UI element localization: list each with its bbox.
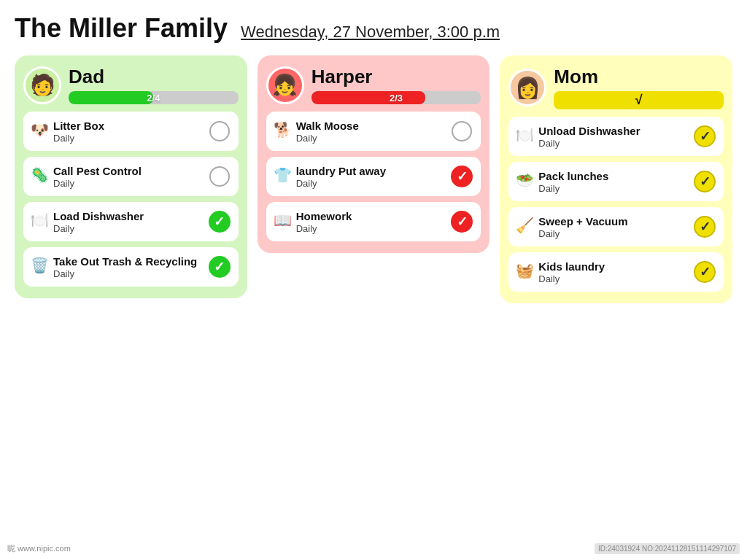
col-header-mom: 👩Mom√	[508, 66, 724, 109]
task-status[interactable]: ✓	[208, 210, 231, 233]
column-harper: 👧Harper2/3🐕Walk MooseDaily👕laundry Put a…	[258, 55, 490, 253]
page: The Miller Family Wednesday, 27 November…	[0, 0, 747, 311]
task-freq: Daily	[296, 133, 359, 144]
task-icon: 🥗	[516, 171, 534, 189]
task-status[interactable]: ✓	[450, 165, 473, 188]
task-name: Litter Box	[53, 120, 104, 133]
task-name: Call Pest Control	[53, 165, 142, 178]
columns: 🧑Dad2/4🐶Litter BoxDaily🦠Call Pest Contro…	[15, 55, 732, 303]
progress-checkmark-mom: √	[554, 91, 724, 109]
task-freq: Daily	[538, 228, 627, 239]
task-status[interactable]: ✓	[693, 260, 716, 284]
task-card[interactable]: 🦠Call Pest ControlDaily	[23, 157, 239, 196]
task-icon: 🍽️	[31, 211, 49, 229]
task-card[interactable]: 🥗Pack lunchesDaily✓	[508, 162, 724, 201]
task-card[interactable]: 📖HomeworkDaily✓	[266, 202, 481, 241]
task-card[interactable]: 🗑️Take Out Trash & RecyclingDaily✓	[23, 247, 239, 287]
task-freq: Daily	[296, 178, 386, 189]
task-freq: Daily	[53, 223, 144, 234]
task-card[interactable]: 🧹Sweep + VacuumDaily✓	[508, 207, 724, 246]
task-status[interactable]	[208, 120, 231, 143]
task-icon: 🐶	[31, 121, 49, 139]
avatar-dad: 🧑	[23, 66, 61, 104]
task-icon: 🍽️	[516, 126, 534, 144]
col-name-mom: Mom	[554, 66, 724, 88]
task-name: Take Out Trash & Recycling	[53, 255, 197, 268]
progress-label-dad: 2/4	[69, 91, 239, 104]
task-icon: 🦠	[31, 166, 49, 184]
header-date: Wednesday, 27 November, 3:00 p.m	[241, 23, 500, 42]
task-name: Load Dishwasher	[53, 210, 144, 223]
task-status[interactable]: ✓	[693, 125, 716, 148]
task-icon: 📖	[274, 211, 292, 229]
col-name-dad: Dad	[69, 66, 239, 88]
task-icon: 🐕	[274, 121, 292, 139]
avatar-harper: 👧	[266, 66, 304, 104]
col-name-harper: Harper	[311, 66, 481, 88]
task-icon: 👕	[274, 166, 292, 184]
task-name: Unload Dishwasher	[538, 125, 640, 138]
task-list-mom: 🍽️Unload DishwasherDaily✓🥗Pack lunchesDa…	[508, 117, 724, 292]
watermark-left: 昵 www.nipic.com	[7, 543, 71, 554]
task-card[interactable]: 🐶Litter BoxDaily	[23, 112, 239, 151]
task-status[interactable]	[450, 120, 473, 143]
task-freq: Daily	[538, 183, 608, 194]
task-card[interactable]: 🐕Walk MooseDaily	[266, 112, 481, 151]
task-card[interactable]: 🍽️Unload DishwasherDaily✓	[508, 117, 724, 156]
task-card[interactable]: 🧺Kids laundryDaily✓	[508, 252, 724, 292]
task-status[interactable]: ✓	[450, 210, 473, 233]
task-name: Sweep + Vacuum	[538, 215, 627, 228]
task-status[interactable]: ✓	[693, 215, 716, 238]
column-dad: 🧑Dad2/4🐶Litter BoxDaily🦠Call Pest Contro…	[15, 55, 247, 298]
column-mom: 👩Mom√🍽️Unload DishwasherDaily✓🥗Pack lunc…	[500, 55, 732, 303]
task-freq: Daily	[538, 273, 605, 284]
page-title: The Miller Family	[15, 13, 228, 44]
task-name: laundry Put away	[296, 165, 386, 178]
task-freq: Daily	[53, 133, 104, 144]
header: The Miller Family Wednesday, 27 November…	[15, 13, 732, 44]
task-list-harper: 🐕Walk MooseDaily👕laundry Put awayDaily✓📖…	[266, 112, 481, 241]
task-name: Kids laundry	[538, 260, 605, 273]
col-header-dad: 🧑Dad2/4	[23, 66, 239, 104]
watermark-right: ID:24031924 NO:20241128151114297107	[595, 543, 740, 554]
task-freq: Daily	[53, 268, 197, 279]
task-status[interactable]	[208, 165, 231, 188]
task-status[interactable]: ✓	[208, 255, 231, 279]
task-name: Pack lunches	[538, 170, 608, 183]
avatar-mom: 👩	[508, 69, 546, 106]
task-card[interactable]: 👕laundry Put awayDaily✓	[266, 157, 481, 196]
col-header-harper: 👧Harper2/3	[266, 66, 481, 104]
task-icon: 🧹	[516, 217, 534, 234]
task-freq: Daily	[538, 138, 640, 149]
task-name: Walk Moose	[296, 120, 359, 133]
task-status[interactable]: ✓	[693, 170, 716, 193]
task-icon: 🧺	[516, 262, 534, 279]
task-name: Homework	[296, 210, 352, 223]
task-icon: 🗑️	[31, 257, 49, 274]
progress-label-harper: 2/3	[311, 91, 481, 104]
task-freq: Daily	[296, 223, 352, 234]
task-freq: Daily	[53, 178, 142, 189]
task-card[interactable]: 🍽️Load DishwasherDaily✓	[23, 202, 239, 241]
task-list-dad: 🐶Litter BoxDaily🦠Call Pest ControlDaily🍽…	[23, 112, 239, 287]
